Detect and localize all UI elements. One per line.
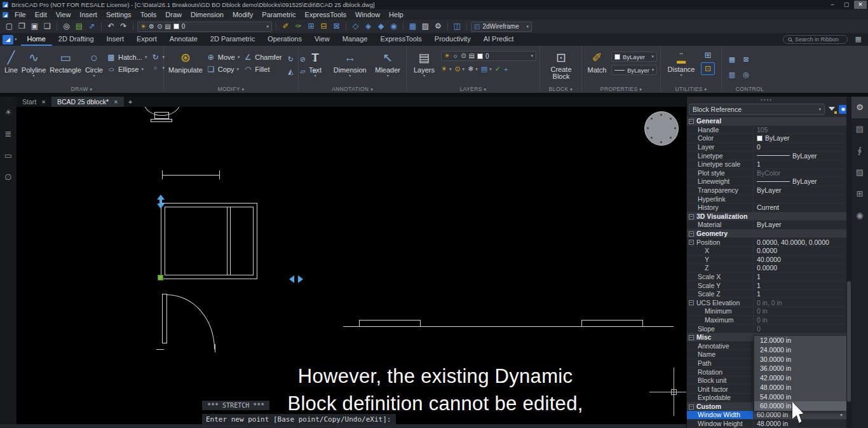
orbit-icon[interactable]: ◇ <box>350 21 361 32</box>
viewport-icon[interactable]: ◫ <box>452 21 463 32</box>
settings-gear-icon[interactable]: ⚙ <box>433 21 444 32</box>
menu-item-modify[interactable]: Modify <box>228 10 257 20</box>
maximize-button[interactable]: ▢ <box>840 1 853 9</box>
redo-icon[interactable]: ↷ <box>118 21 129 32</box>
property-row-y[interactable]: Y40.0000 <box>687 256 846 265</box>
collapse-icon[interactable]: − <box>689 119 694 124</box>
match-button[interactable]: ✐ Match <box>587 49 607 84</box>
menu-item-view[interactable]: View <box>51 10 76 20</box>
collapse-icon[interactable]: − <box>689 404 694 410</box>
property-row-linetype-scale[interactable]: Linetype scale1 <box>687 160 846 169</box>
property-row-plot-style[interactable]: Plot styleByColor <box>687 169 846 178</box>
property-row-lineweight[interactable]: LineweightByLayer <box>687 177 846 186</box>
chevron-down-icon[interactable]: ▾ <box>840 412 843 418</box>
property-row-slope[interactable]: Slope0 <box>687 324 846 333</box>
property-value[interactable]: 0.0000 <box>754 264 846 272</box>
dropdown-item[interactable]: 12.0000 in <box>754 336 846 345</box>
apply-props-icon[interactable]: ⊠ <box>331 21 342 32</box>
property-row-window-width[interactable]: Window Width60.0000 in▾ <box>687 411 846 420</box>
property-value[interactable]: 1 <box>754 290 846 298</box>
open-file-icon[interactable]: ❐ <box>17 21 27 32</box>
polyline-button[interactable]: ∿ Polyline ▾ <box>22 49 46 84</box>
match-properties-icon[interactable]: ✐ <box>280 21 291 32</box>
ribbon-layer-combo[interactable]: ☀ ☼ ⊙ ▤ 0 ▾ <box>441 51 536 61</box>
property-row-transparency[interactable]: TransparencyByLayer <box>687 186 846 195</box>
dropdown-item[interactable]: 30.0000 in <box>754 355 846 364</box>
property-value[interactable] <box>754 195 846 203</box>
property-row-scale-y[interactable]: Scale Y1 <box>687 281 846 290</box>
manipulate-button[interactable]: ⊛ Manipulate <box>168 49 203 84</box>
filter-button[interactable] <box>828 106 837 114</box>
panel-caption-annotation[interactable]: ANNOTATION ▾ <box>299 86 406 92</box>
structure-tree-icon[interactable]: ≣ <box>0 123 17 145</box>
property-value[interactable]: ByLayer <box>754 186 846 195</box>
property-value[interactable]: ByColor <box>754 169 846 177</box>
assistant-panel-icon[interactable]: ◉ <box>851 205 868 226</box>
text-button[interactable]: T Text ▾ <box>303 49 327 84</box>
close-tab-icon[interactable]: ✕ <box>41 99 46 105</box>
shell-icon[interactable]: ◉ <box>388 21 399 32</box>
menu-item-edit[interactable]: Edit <box>31 10 51 20</box>
hatch-panel-icon[interactable]: ▨ <box>851 162 868 183</box>
close-button[interactable]: ✕ <box>854 1 867 9</box>
fillet-button[interactable]: ◠ Fillet <box>243 65 281 74</box>
publish-icon[interactable]: ⇗ <box>86 21 97 32</box>
bricscad-menu-icon[interactable]: ◢ <box>3 12 8 18</box>
hatch-editor-icon[interactable]: ▨ <box>420 21 431 32</box>
property-row-material[interactable]: MaterialByLayer <box>687 221 846 230</box>
property-value[interactable]: 0 <box>754 143 846 151</box>
section-header-general[interactable]: −General <box>687 117 846 126</box>
dropdown-item[interactable]: 36.0000 in <box>754 364 846 373</box>
move-button[interactable]: ⊕ Move ▾ <box>207 53 240 62</box>
layers-button[interactable]: ▤ Layers ▾ <box>411 49 437 84</box>
ribbon-search-input[interactable]: Search in Ribbon <box>783 35 848 44</box>
property-value[interactable]: 40.0000 <box>754 256 846 264</box>
app-menu-button[interactable]: ◢ <box>3 35 13 45</box>
menu-item-dimension[interactable]: Dimension <box>186 10 228 20</box>
rectangle-button[interactable]: ▭ Rectangle <box>50 49 81 84</box>
print-preview-icon[interactable]: ◎ <box>61 21 72 32</box>
calculator-icon[interactable]: ⊞ <box>705 50 712 60</box>
save-as-icon[interactable]: ❏ <box>42 21 53 32</box>
undo-icon[interactable]: ↶ <box>105 21 116 32</box>
ribbon-tab-annotate[interactable]: Annotate <box>163 33 204 46</box>
create-block-button[interactable]: ⊡ Create Block <box>545 49 578 84</box>
collapse-icon[interactable]: − <box>689 240 694 245</box>
panel-handle-dots[interactable]: •••• <box>687 97 846 102</box>
panel-caption-utilities[interactable]: UTILITIES ▾ <box>661 86 721 92</box>
circle-button[interactable]: ○ Circle ▾ <box>85 49 103 84</box>
collapse-icon[interactable]: − <box>689 214 694 219</box>
ribbon-tab-manage[interactable]: Manage <box>336 33 374 46</box>
property-row-scale-x[interactable]: Scale X1 <box>687 273 846 282</box>
property-row-ucs-elevation[interactable]: −UCS Elevation0 in, 0 in <box>687 298 846 307</box>
ribbon-tab-view[interactable]: View <box>308 33 336 46</box>
collapse-icon[interactable]: − <box>689 335 694 340</box>
layer-freeze-icon[interactable]: ❄ <box>468 65 473 73</box>
entity-linetype-combo[interactable]: ByLayer ▾ <box>611 65 657 75</box>
panel-scrollbar[interactable] <box>846 97 851 428</box>
ribbon-tab-operations[interactable]: Operations <box>261 33 308 46</box>
dock-handle-dots[interactable]: :::: <box>0 97 17 102</box>
property-value[interactable]: ByLayer <box>754 221 846 229</box>
section-header-3d-visualization[interactable]: −3D Visualization <box>687 212 846 221</box>
dropdown-item[interactable]: 54.0000 in <box>754 392 846 402</box>
section-header-geometry[interactable]: −Geometry <box>687 230 846 238</box>
panel-caption-modify[interactable]: MODIFY ▾ <box>164 86 298 92</box>
panel-caption-properties[interactable]: PROPERTIES ▾ <box>582 86 660 92</box>
menu-item-insert[interactable]: Insert <box>75 10 102 20</box>
property-value[interactable]: 0 in <box>754 316 846 324</box>
menu-item-parametric[interactable]: Parametric <box>257 10 300 20</box>
menu-item-file[interactable]: File <box>10 10 31 20</box>
layer-state-icon[interactable]: ✓ <box>495 65 501 73</box>
ribbon-tab-insert[interactable]: Insert <box>100 33 131 46</box>
new-tab-button[interactable]: + <box>124 98 137 106</box>
ribbon-tab-home[interactable]: Home <box>21 33 52 46</box>
menu-item-settings[interactable]: Settings <box>102 10 136 20</box>
layer-quick-combo[interactable]: ☀⚙⊙▤ 0 ▾ <box>137 22 272 32</box>
ellipse-button[interactable]: ○ Ellipse ▾ <box>107 65 147 74</box>
property-value[interactable]: 0.0000, 40.0000, 0.0000 <box>754 238 846 246</box>
revision-cloud-button[interactable]: ↻ ▾ <box>151 53 165 62</box>
save-icon[interactable]: ▣ <box>29 21 40 32</box>
minimize-button[interactable]: – <box>826 1 839 9</box>
lighting-off-icon[interactable]: ▥ <box>726 69 738 82</box>
